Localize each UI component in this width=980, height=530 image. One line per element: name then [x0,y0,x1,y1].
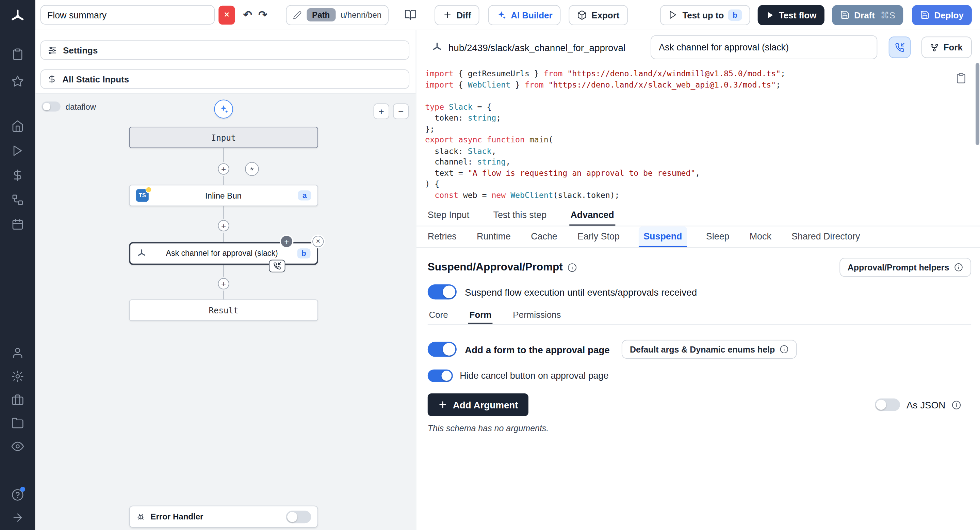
as-json-toggle[interactable] [875,399,900,411]
package-icon [577,10,587,20]
info-icon[interactable] [568,263,577,272]
export-button[interactable]: Export [569,5,628,25]
error-handler-row[interactable]: Error Handler [129,506,318,528]
star-icon [11,75,24,88]
ai-builder-label: AI Builder [511,10,552,20]
tab-early-stop[interactable]: Early Stop [576,226,620,247]
rail-collapse-button[interactable] [0,507,35,528]
rail-workers-button[interactable] [0,389,35,410]
rail-resources-button[interactable] [0,189,35,211]
flow-graph: dataflow + − Input + [35,93,416,530]
rail-runs-button[interactable] [0,44,35,65]
trigger-button[interactable] [245,162,259,176]
form-toggle[interactable] [428,342,457,357]
fork-button[interactable]: Fork [921,37,972,58]
approval-helpers-label: Approval/Prompt helpers [848,263,950,272]
app-root: ✕ ↶ ↷ Path u/henri/ben Diff AI Builder E… [0,0,980,530]
docs-button[interactable] [401,5,420,25]
tab-shared-directory[interactable]: Shared Directory [790,226,861,247]
tab-sleep[interactable]: Sleep [705,226,730,247]
tab-suspend[interactable]: Suspend [638,226,687,247]
notification-dot [20,487,25,492]
test-up-to-label: Test up to [682,10,724,20]
undo-button[interactable]: ↶ [240,5,255,25]
eye-icon [11,440,24,453]
suspend-toggle[interactable] [428,284,457,299]
tab-test-this-step[interactable]: Test this step [492,205,548,226]
code-editor-lines: import { getResumeUrls } from "https://d… [425,68,974,201]
step-tabs: Step Input Test this step Advanced [416,205,980,227]
copy-code-button[interactable] [953,70,969,87]
ai-flow-button[interactable] [214,99,233,118]
hide-cancel-toggle[interactable] [428,370,453,382]
insert-step-button[interactable]: + [218,163,229,174]
delete-flow-button[interactable]: ✕ [218,5,235,24]
suspend-enabled-button[interactable] [889,37,911,58]
hide-cancel-row: Hide cancel button on approval page [428,368,971,383]
tab-mock[interactable]: Mock [748,226,773,247]
flow-summary-input[interactable] [40,5,215,24]
dollar-icon [47,74,57,84]
info-icon [954,263,963,272]
tab-runtime[interactable]: Runtime [476,226,512,247]
main-shell: ✕ ↶ ↷ Path u/henri/ben Diff AI Builder E… [35,0,980,530]
node-approval-label: Ask channel for approval (slack) [147,249,297,258]
deploy-button[interactable]: Deploy [912,5,972,25]
hub-path-text: hub/2439/slack/ask_channel_for_approval [449,42,625,53]
rail-settings-button[interactable] [0,366,35,387]
code-editor[interactable]: import { getResumeUrls } from "https://d… [416,63,974,205]
insert-step-button[interactable]: + [218,220,229,231]
add-argument-button[interactable]: Add Argument [428,393,528,416]
insert-step-button[interactable]: + [218,278,229,289]
redo-button[interactable]: ↷ [255,5,270,25]
tab-step-input[interactable]: Step Input [426,205,471,226]
tab-advanced[interactable]: Advanced [569,205,616,226]
editor-scrollbar[interactable] [975,63,979,145]
node-input[interactable]: Input [129,127,318,148]
tab-permissions[interactable]: Permissions [512,306,563,324]
zoom-out-button[interactable]: − [393,104,409,119]
suspend-indicator-chip[interactable] [269,260,285,273]
rail-folders-button[interactable] [0,412,35,434]
path-control[interactable]: Path u/henri/ben [285,5,388,25]
diff-button[interactable]: Diff [434,5,479,25]
node-inline-bun[interactable]: TS Inline Bun a [129,185,318,206]
rail-help-button[interactable] [0,484,35,506]
dataflow-toggle[interactable] [41,102,60,112]
play-filled-icon [765,11,775,19]
tab-core[interactable]: Core [428,306,450,324]
remove-step-button[interactable]: ✕ [312,236,324,247]
flow-settings-row[interactable]: Settings [40,40,409,60]
tab-retries[interactable]: Retries [426,226,458,247]
ai-builder-button[interactable]: AI Builder [488,5,561,25]
hub-icon [137,248,147,259]
tab-form[interactable]: Form [468,306,493,324]
static-inputs-label: All Static Inputs [62,74,129,84]
tab-cache[interactable]: Cache [530,226,558,247]
all-static-inputs-row[interactable]: All Static Inputs [40,69,409,89]
approval-helpers-button[interactable]: Approval/Prompt helpers [840,258,971,277]
bolt-icon [250,165,255,173]
insert-above-button[interactable]: + [281,236,292,247]
default-args-help-button[interactable]: Default args & Dynamic enums help [622,340,797,359]
rail-audit-button[interactable] [0,436,35,457]
error-handler-toggle[interactable] [286,510,311,523]
rail-schedules-button[interactable] [0,214,35,235]
test-up-to-button[interactable]: Test up tob [660,5,750,25]
rail-users-button[interactable] [0,342,35,364]
test-flow-button[interactable]: Test flow [757,5,824,25]
suspend-subtabs: Core Form Permissions [428,306,971,325]
windmill-logo[interactable] [0,5,35,28]
zoom-in-button[interactable]: + [374,104,389,119]
step-name-input[interactable] [651,35,877,59]
fork-icon [930,43,939,52]
emoji-sticker [146,187,152,193]
draft-button[interactable]: Draft⌘S [832,5,904,25]
rail-favorites-button[interactable] [0,70,35,92]
rail-runs-play-button[interactable] [0,140,35,161]
suspend-toggle-label: Suspend flow execution until events/appr… [465,286,697,297]
rail-home-button[interactable] [0,115,35,137]
rail-variables-button[interactable] [0,164,35,186]
node-result[interactable]: Result [129,299,318,321]
phone-incoming-icon [273,262,281,270]
